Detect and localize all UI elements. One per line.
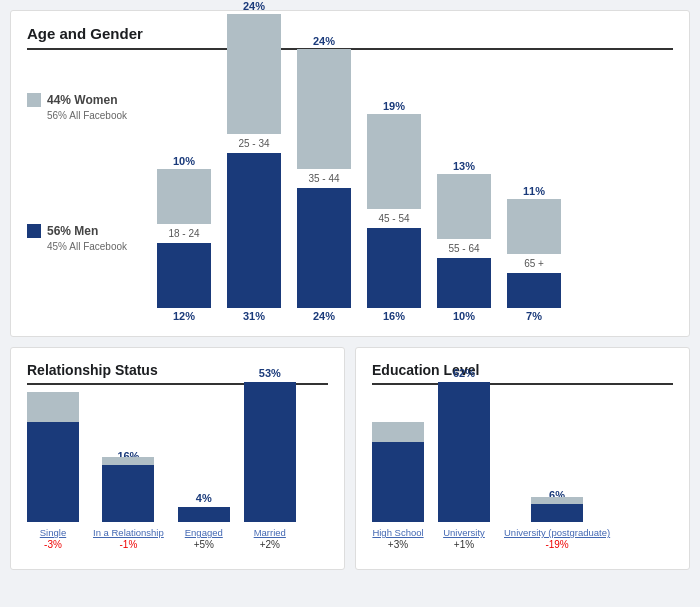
age-group: 19% 45 - 54 16% xyxy=(363,100,425,322)
bar-label[interactable]: University (postgraduate) xyxy=(504,527,610,538)
age-label: 55 - 64 xyxy=(448,243,479,254)
bar-group: 53% Married +2% xyxy=(244,367,296,550)
men-sub: 45% All Facebook xyxy=(47,240,127,254)
men-bar xyxy=(437,258,491,308)
age-bars-wrapper: 10% 18 - 24 12% 24% 25 - 34 31% 24% xyxy=(153,62,565,322)
lower-section: 12% xyxy=(157,243,211,322)
men-color-box xyxy=(27,224,41,238)
bar-fg xyxy=(531,504,583,522)
bar-label[interactable]: Engaged xyxy=(185,527,223,538)
age-label: 65 + xyxy=(524,258,544,269)
bar-diff: +5% xyxy=(194,539,214,550)
bar-label[interactable]: Married xyxy=(254,527,286,538)
men-bar-pct: 24% xyxy=(313,310,335,322)
bar-fg xyxy=(27,422,79,522)
age-group: 24% 25 - 34 31% xyxy=(223,0,285,322)
lower-section: 7% xyxy=(507,273,561,322)
lower-section: 16% xyxy=(367,228,421,322)
bar-pct: 4% xyxy=(196,492,212,504)
bar-diff: -1% xyxy=(119,539,137,550)
men-bar-pct: 31% xyxy=(243,310,265,322)
women-bar-pct: 24% xyxy=(313,35,335,47)
bar-diff: +2% xyxy=(260,539,280,550)
upper-section: 24% xyxy=(227,0,281,134)
bar-label[interactable]: In a Relationship xyxy=(93,527,164,538)
bar-label[interactable]: University xyxy=(443,527,485,538)
age-group: 10% 18 - 24 12% xyxy=(153,155,215,322)
women-bar-pct: 11% xyxy=(523,185,545,197)
age-label: 45 - 54 xyxy=(378,213,409,224)
women-bar xyxy=(367,114,421,209)
men-bar xyxy=(157,243,211,308)
bar-stack xyxy=(27,422,79,522)
men-bar-pct: 16% xyxy=(383,310,405,322)
women-bar-pct: 24% xyxy=(243,0,265,12)
bar-diff: +1% xyxy=(454,539,474,550)
men-pct: 56% Men xyxy=(47,223,127,240)
bar-fg xyxy=(438,382,490,522)
age-group: 24% 35 - 44 24% xyxy=(293,35,355,322)
lower-section: 10% xyxy=(437,258,491,322)
upper-section: 13% xyxy=(437,160,491,239)
age-gender-panel: Age and Gender 44% Women 56% All Faceboo… xyxy=(10,10,690,337)
relationship-panel: Relationship Status 28% Single -3% 16% I… xyxy=(10,347,345,570)
education-chart: 32% High School +3% 62% University +1% 6… xyxy=(372,395,673,555)
age-label: 18 - 24 xyxy=(168,228,199,239)
men-bar-pct: 7% xyxy=(526,310,542,322)
bottom-row: Relationship Status 28% Single -3% 16% I… xyxy=(10,347,690,570)
bar-pct: 53% xyxy=(259,367,281,379)
women-bar-pct: 13% xyxy=(453,160,475,172)
upper-section: 19% xyxy=(367,100,421,209)
women-sub: 56% All Facebook xyxy=(47,109,127,123)
bar-fg xyxy=(178,507,230,522)
women-bar xyxy=(157,169,211,224)
women-color-box xyxy=(27,93,41,107)
men-bar xyxy=(367,228,421,308)
age-group: 11% 65 + 7% xyxy=(503,185,565,322)
bar-group: 6% University (postgraduate) -19% xyxy=(504,489,610,550)
men-bar-pct: 12% xyxy=(173,310,195,322)
page-container: Age and Gender 44% Women 56% All Faceboo… xyxy=(0,0,700,580)
women-bar-pct: 10% xyxy=(173,155,195,167)
bar-diff: -19% xyxy=(545,539,568,550)
age-gender-content: 44% Women 56% All Facebook 56% Men 45% A… xyxy=(27,62,673,322)
bar-group: 28% Single -3% xyxy=(27,407,79,550)
bar-label[interactable]: High School xyxy=(372,527,423,538)
bar-stack xyxy=(178,507,230,522)
bar-group: 32% High School +3% xyxy=(372,427,424,550)
bar-label[interactable]: Single xyxy=(40,527,66,538)
legend-women: 44% Women 56% All Facebook xyxy=(27,92,137,123)
women-pct: 44% Women xyxy=(47,92,127,109)
age-group: 13% 55 - 64 10% xyxy=(433,160,495,322)
upper-section: 11% xyxy=(507,185,561,254)
legend-men: 56% Men 45% All Facebook xyxy=(27,223,137,254)
men-bar-pct: 10% xyxy=(453,310,475,322)
bar-stack xyxy=(102,465,154,522)
bar-pct: 62% xyxy=(453,367,475,379)
age-label: 25 - 34 xyxy=(238,138,269,149)
lower-section: 31% xyxy=(227,153,281,322)
men-bar xyxy=(297,188,351,308)
women-bar xyxy=(507,199,561,254)
bar-stack xyxy=(244,382,296,522)
bar-group: 16% In a Relationship -1% xyxy=(93,450,164,550)
men-bar xyxy=(507,273,561,308)
women-bar xyxy=(227,14,281,134)
legend-column: 44% Women 56% All Facebook 56% Men 45% A… xyxy=(27,62,137,254)
education-title: Education Level xyxy=(372,362,673,385)
upper-section: 10% xyxy=(157,155,211,224)
women-bar xyxy=(297,49,351,169)
bar-stack xyxy=(438,382,490,522)
bar-fg xyxy=(102,465,154,522)
bar-diff: -3% xyxy=(44,539,62,550)
bar-group: 4% Engaged +5% xyxy=(178,492,230,550)
relationship-chart: 28% Single -3% 16% In a Relationship -1%… xyxy=(27,395,328,555)
upper-section: 24% xyxy=(297,35,351,169)
men-bar xyxy=(227,153,281,308)
education-panel: Education Level 32% High School +3% 62% … xyxy=(355,347,690,570)
women-bar-pct: 19% xyxy=(383,100,405,112)
lower-section: 24% xyxy=(297,188,351,322)
age-label: 35 - 44 xyxy=(308,173,339,184)
bar-stack xyxy=(531,504,583,522)
bar-stack xyxy=(372,442,424,522)
